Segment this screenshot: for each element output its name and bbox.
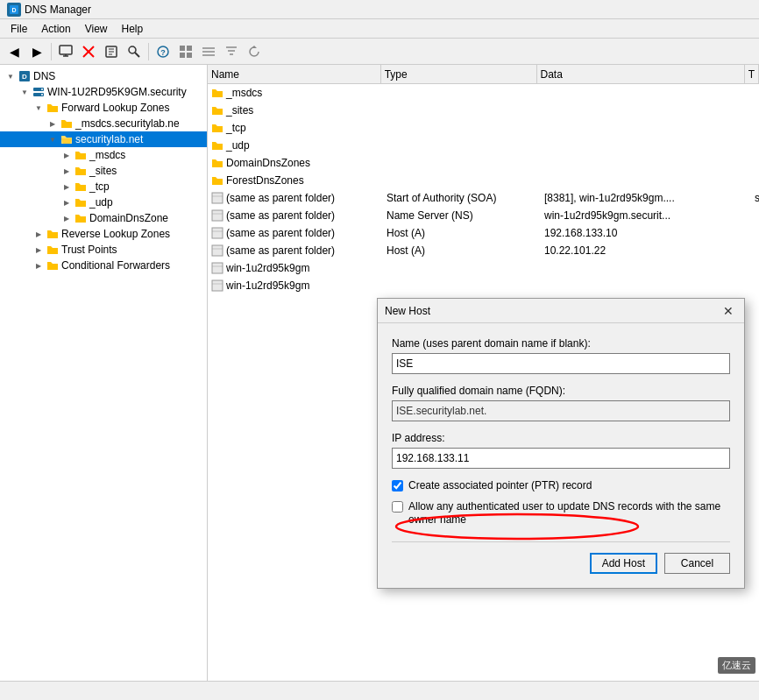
back-button[interactable]: ◀ — [4, 41, 25, 62]
svg-rect-16 — [187, 46, 192, 51]
authenticated-user-checkbox[interactable] — [392, 501, 403, 513]
tree-item-server[interactable]: ▼ WIN-1U2RD95K9GM.security — [0, 84, 207, 100]
app-icon: D — [7, 3, 21, 17]
server-icon — [32, 85, 46, 99]
tree-item-reverse[interactable]: ▶ Reverse Lookup Zones — [0, 226, 207, 242]
list-item-7[interactable]: (same as parent folder) Name Server (NS)… — [208, 207, 759, 224]
tree-item-trust[interactable]: ▶ Trust Points — [0, 242, 207, 258]
col-header-type[interactable]: Type — [381, 65, 537, 83]
expander-forward[interactable]: ▼ — [32, 101, 46, 115]
dialog-body: Name (uses parent domain name if blank):… — [378, 323, 744, 588]
expander-trust[interactable]: ▶ — [32, 243, 46, 257]
expander-reverse[interactable]: ▶ — [32, 227, 46, 241]
delete-button[interactable] — [78, 41, 99, 62]
list-item-4[interactable]: DomainDnsZones — [208, 154, 759, 172]
list-item-3[interactable]: _udp — [208, 137, 759, 154]
expander-domaindns[interactable]: ▶ — [60, 211, 74, 225]
tree-item-msdcs2[interactable]: ▶ _msdcs — [0, 147, 207, 163]
tree-label-reverse: Reverse Lookup Zones — [61, 228, 170, 240]
ptr-record-checkbox[interactable] — [392, 480, 403, 491]
dialog-close-button[interactable]: ✕ — [720, 302, 737, 320]
refresh-button[interactable] — [244, 41, 265, 62]
list-header: Name Type Data T — [208, 65, 759, 84]
cancel-button[interactable]: Cancel — [664, 553, 730, 574]
tree-label-udp: _udp — [89, 196, 113, 209]
dns-icon: D — [18, 69, 32, 83]
tree-label-securitylab: securitylab.net — [75, 133, 143, 145]
tree-item-msdcs-zone[interactable]: ▶ _msdcs.securitylab.ne — [0, 116, 207, 131]
menu-help[interactable]: Help — [115, 21, 151, 37]
tree-item-forward[interactable]: ▼ Forward Lookup Zones — [0, 100, 207, 116]
list-item-9[interactable]: (same as parent folder) Host (A) 10.22.1… — [208, 242, 759, 259]
expander-dns[interactable]: ▼ — [4, 69, 18, 83]
tree-pane: ▼ D DNS ▼ WIN-1U2RD95K9GM.secu — [0, 65, 208, 681]
list-item-1[interactable]: _sites — [208, 102, 759, 119]
tree-label-sites: _sites — [89, 165, 117, 177]
list-item-2[interactable]: _tcp — [208, 119, 759, 137]
cell-name-11: win-1u2rd95k9gm — [208, 279, 383, 292]
col-header-data[interactable]: Data — [537, 65, 745, 83]
expander-msdcs-zone[interactable]: ▶ — [46, 117, 60, 131]
svg-rect-15 — [180, 46, 185, 51]
search-button[interactable] — [124, 41, 145, 62]
cell-type-9: Host (A) — [383, 244, 541, 257]
name-input[interactable] — [392, 353, 730, 374]
col-header-name[interactable]: Name — [208, 65, 381, 83]
tree-label-msdcs-zone: _msdcs.securitylab.ne — [75, 117, 180, 130]
authenticated-user-label: Allow any authenticated user to update D… — [408, 500, 730, 527]
tree-label-server: WIN-1U2RD95K9GM.security — [47, 86, 187, 98]
list-item-6[interactable]: (same as parent folder) Start of Authori… — [208, 189, 759, 207]
expander-sites[interactable]: ▶ — [60, 164, 74, 178]
tree-label-conditional: Conditional Forwarders — [61, 259, 170, 272]
tree-label-dns: DNS — [33, 70, 55, 82]
watermark: 亿速云 — [718, 657, 755, 674]
tree-item-tcp[interactable]: ▶ _tcp — [0, 179, 207, 194]
list-item-5[interactable]: ForestDnsZones — [208, 172, 759, 189]
tree-item-sites[interactable]: ▶ _sites — [0, 163, 207, 179]
list-item-8[interactable]: (same as parent folder) Host (A) 192.168… — [208, 224, 759, 242]
tree-label-tcp: _tcp — [89, 180, 110, 193]
menu-file[interactable]: File — [4, 21, 34, 37]
svg-text:D: D — [11, 7, 16, 13]
show-computer-button[interactable] — [55, 41, 76, 62]
cell-t-6: s — [751, 192, 759, 204]
expander-securitylab[interactable]: ▼ — [46, 132, 60, 146]
list-item-0[interactable]: _msdcs — [208, 84, 759, 102]
cell-data-6: [8381], win-1u2rd95k9gm.... — [541, 192, 751, 204]
detail-view-button[interactable] — [198, 41, 219, 62]
svg-rect-40 — [212, 263, 223, 273]
expander-tcp[interactable]: ▶ — [60, 180, 74, 194]
menu-view[interactable]: View — [78, 21, 115, 37]
filter-button[interactable] — [221, 41, 242, 62]
tree-item-udp[interactable]: ▶ _udp — [0, 194, 207, 210]
tree-label-forward: Forward Lookup Zones — [61, 102, 169, 114]
toolbar-separator-1 — [51, 43, 52, 60]
list-item-10[interactable]: win-1u2rd95k9gm — [208, 259, 759, 277]
list-view-button[interactable] — [175, 41, 196, 62]
svg-rect-42 — [212, 280, 223, 291]
expander-udp[interactable]: ▶ — [60, 195, 74, 209]
expander-conditional[interactable]: ▶ — [32, 258, 46, 272]
cell-name-4: DomainDnsZones — [208, 157, 383, 169]
dialog-buttons: Add Host Cancel — [392, 541, 730, 574]
ip-field-label: IP address: — [392, 432, 730, 444]
list-item-11[interactable]: win-1u2rd95k9gm — [208, 277, 759, 294]
cell-name-9: (same as parent folder) — [208, 244, 383, 257]
help-button[interactable]: ? — [153, 41, 174, 62]
properties-button[interactable] — [101, 41, 122, 62]
svg-rect-36 — [212, 228, 223, 238]
tree-item-securitylab[interactable]: ▼ securitylab.net — [0, 131, 207, 147]
add-host-button[interactable]: Add Host — [590, 553, 657, 574]
tree-item-domaindns[interactable]: ▶ DomainDnsZone — [0, 210, 207, 226]
ip-input[interactable] — [392, 448, 730, 469]
tree-item-dns-root[interactable]: ▼ D DNS — [0, 68, 207, 84]
tree-item-conditional[interactable]: ▶ Conditional Forwarders — [0, 258, 207, 273]
cell-name-7: (same as parent folder) — [208, 209, 383, 222]
expander-msdcs2[interactable]: ▶ — [60, 148, 74, 162]
expander-server[interactable]: ▼ — [18, 85, 32, 99]
col-header-t[interactable]: T — [745, 65, 759, 83]
svg-line-12 — [135, 53, 139, 57]
folder-icon-trust — [46, 243, 60, 257]
menu-action[interactable]: Action — [34, 21, 77, 37]
forward-button[interactable]: ▶ — [26, 41, 47, 62]
